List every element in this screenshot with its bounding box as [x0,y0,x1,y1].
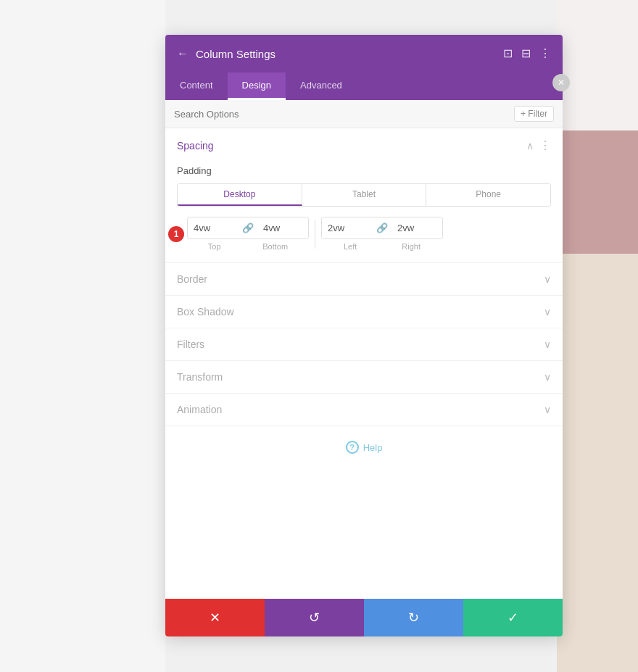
box-shadow-section-header[interactable]: Box Shadow ∨ [165,296,563,328]
redo-button[interactable]: ↻ [364,599,463,636]
help-label: Help [363,442,383,453]
top-bottom-group: 🔗 Top Bottom [187,217,309,251]
columns-icon[interactable]: ⊟ [521,48,531,59]
animation-section-header[interactable]: Animation ∨ [165,394,563,426]
filters-chevron[interactable]: ∨ [544,339,551,350]
top-label: Top [208,242,221,251]
link-left-right-icon[interactable]: 🔗 [373,223,392,233]
top-bottom-inputs: 🔗 [187,217,309,239]
device-tabs: Desktop Tablet Phone [177,183,551,207]
column-settings-modal: ← Column Settings ⊡ ⊟ ⋮ Content Design A… [165,35,563,636]
modal-header: ← Column Settings ⊡ ⊟ ⋮ [165,35,563,72]
link-top-bottom-icon[interactable]: 🔗 [239,223,257,233]
device-tab-tablet[interactable]: Tablet [302,184,427,206]
modal-content: Spacing ∧ ⋮ Padding Desktop Tablet Phone… [165,128,563,599]
tab-advanced[interactable]: Advanced [286,72,357,100]
box-shadow-chevron[interactable]: ∨ [544,306,551,318]
transform-chevron[interactable]: ∨ [544,371,551,383]
bottom-input[interactable] [257,217,308,238]
right-label: Right [402,242,420,251]
filters-section-header[interactable]: Filters ∨ [165,328,563,360]
bg-right-bot-panel [557,254,638,672]
header-icons: ⊡ ⊟ ⋮ [503,48,551,59]
border-chevron[interactable]: ∨ [544,273,551,285]
border-section-header[interactable]: Border ∨ [165,263,563,295]
help-section[interactable]: ? Help [165,426,563,468]
reset-button[interactable]: ↺ [265,599,364,636]
spacing-section-header[interactable]: Spacing ∧ ⋮ [165,128,563,162]
filter-button[interactable]: + Filter [514,106,554,122]
bg-right-top-panel [557,0,638,130]
cancel-button[interactable]: ✕ [165,599,265,636]
left-input[interactable] [322,217,373,238]
more-icon[interactable]: ⋮ [539,48,551,59]
tab-content[interactable]: Content [165,72,228,100]
modal-title: Column Settings [196,48,276,60]
search-input[interactable] [174,109,514,120]
save-button[interactable]: ✓ [463,599,563,636]
right-input[interactable] [392,217,442,238]
modal-tabs: Content Design Advanced [165,72,563,100]
animation-section: Animation ∨ [165,394,563,426]
animation-title: Animation [177,404,222,415]
left-right-group: 🔗 Left Right [321,217,443,251]
device-tab-desktop[interactable]: Desktop [178,184,302,206]
filters-section: Filters ∨ [165,328,563,361]
top-input[interactable] [188,217,239,238]
tab-design[interactable]: Design [228,72,286,100]
spacing-title: Spacing [177,140,214,152]
spacing-section-icons: ∧ ⋮ [526,138,551,152]
left-label: Left [344,242,357,251]
left-right-inputs: 🔗 [321,217,443,239]
spacing-section: Spacing ∧ ⋮ Padding Desktop Tablet Phone… [165,128,563,263]
bottom-label: Bottom [262,242,288,251]
spacing-chevron-up[interactable]: ∧ [526,140,534,152]
spacing-content: Padding Desktop Tablet Phone 1 🔗 [165,162,563,262]
border-section: Border ∨ [165,263,563,296]
box-shadow-title: Box Shadow [177,306,234,318]
bg-left-panel [0,0,165,672]
box-shadow-section: Box Shadow ∨ [165,296,563,328]
step-badge: 1 [168,226,184,242]
border-title: Border [177,273,207,285]
transform-title: Transform [177,371,223,383]
device-tab-phone[interactable]: Phone [426,184,550,206]
modal-close-button[interactable]: ✕ [552,74,570,91]
animation-chevron[interactable]: ∨ [544,404,551,415]
modal-footer: ✕ ↺ ↻ ✓ [165,599,563,636]
search-bar: + Filter [165,100,563,128]
divider [315,220,315,249]
transform-section: Transform ∨ [165,361,563,394]
spacing-menu-icon[interactable]: ⋮ [539,138,551,152]
focus-icon[interactable]: ⊡ [503,48,513,59]
padding-label: Padding [177,165,551,176]
back-icon[interactable]: ← [177,48,188,59]
help-icon: ? [346,441,359,454]
transform-section-header[interactable]: Transform ∨ [165,361,563,393]
header-left: ← Column Settings [177,48,276,60]
bg-right-mid-panel [557,130,638,254]
filters-title: Filters [177,339,204,350]
padding-inputs-row: 1 🔗 Top Bottom [177,217,551,251]
